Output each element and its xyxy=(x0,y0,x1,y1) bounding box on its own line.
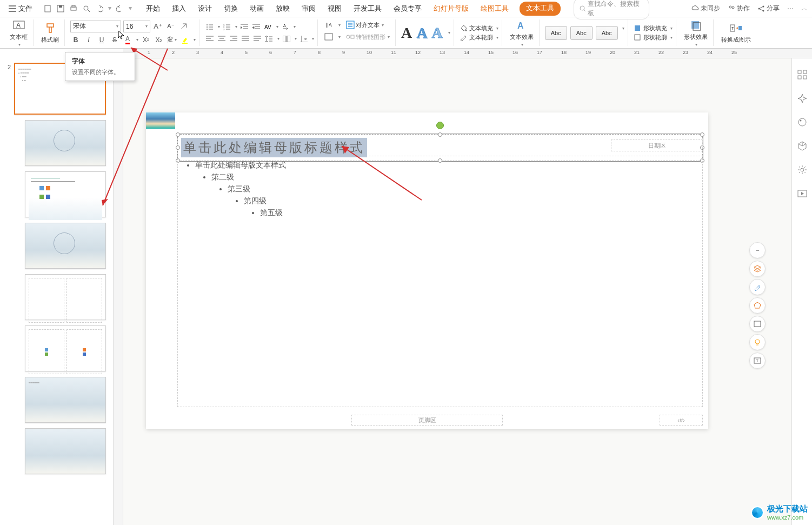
rside-play-icon[interactable] xyxy=(797,188,808,199)
tab-view[interactable]: 视图 xyxy=(327,2,343,16)
subscript-button[interactable]: X₂ xyxy=(154,35,164,45)
decrease-font-icon[interactable]: A⁻ xyxy=(165,21,176,32)
more-icon[interactable]: ⋯ xyxy=(787,5,794,12)
textdir-button[interactable]: A xyxy=(281,22,290,32)
superscript-button[interactable]: X² xyxy=(141,35,151,45)
texteffect-button[interactable]: A 文本效果▾ xyxy=(508,18,536,48)
tab-slideshow[interactable]: 放映 xyxy=(275,2,291,16)
strikethrough-button[interactable]: S xyxy=(109,35,120,45)
layout-thumb-2[interactable] xyxy=(25,171,106,217)
align-center-button[interactable] xyxy=(217,34,227,44)
smartart-button[interactable]: 转智能图形▾ xyxy=(344,31,392,42)
resize-handle[interactable] xyxy=(176,132,180,137)
resize-handle[interactable] xyxy=(176,145,180,150)
tab-review[interactable]: 审阅 xyxy=(301,2,317,16)
align-justify-button[interactable] xyxy=(241,34,250,44)
tab-start[interactable]: 开始 xyxy=(145,2,161,16)
undo-icon[interactable] xyxy=(95,4,104,13)
resize-handle[interactable] xyxy=(700,132,704,137)
share-button[interactable]: 分享 xyxy=(757,4,780,13)
textdir-vertical-button[interactable]: ||A xyxy=(323,19,334,30)
numbering-button[interactable]: 123 xyxy=(222,22,232,32)
align-distribute-button[interactable] xyxy=(252,34,262,44)
increase-indent-button[interactable] xyxy=(251,22,261,32)
tab-slidemaster[interactable]: 幻灯片母版 xyxy=(432,2,470,16)
rside-grid-icon[interactable] xyxy=(797,69,808,80)
pagenum-placeholder[interactable]: ‹#› xyxy=(660,415,703,426)
rside-sparkle-icon[interactable] xyxy=(797,93,808,104)
tabs-button[interactable] xyxy=(299,34,309,44)
layout-thumb-5[interactable] xyxy=(25,325,106,371)
rside-palette-icon[interactable] xyxy=(797,117,808,128)
tab-devtools[interactable]: 开发工具 xyxy=(352,2,383,16)
shapeeffect-button[interactable]: 形状效果▾ xyxy=(682,18,710,48)
highlight-button[interactable] xyxy=(179,35,190,45)
resize-handle[interactable] xyxy=(438,132,442,137)
wordart-preset-1[interactable]: A xyxy=(401,24,412,42)
tab-animation[interactable]: 动画 xyxy=(249,2,265,16)
layers-button[interactable] xyxy=(749,261,766,277)
rside-gear-icon[interactable] xyxy=(797,164,808,175)
file-menu[interactable]: 文件 xyxy=(4,4,37,14)
rside-cube-icon[interactable] xyxy=(797,141,808,151)
thumbnail-panel[interactable]: 2 ━━━━━━• ━━━━ • ━━ • ━ ━━━━━ xyxy=(0,58,114,525)
shapefill-button[interactable]: 形状填充▾ xyxy=(634,24,673,32)
body-level-3[interactable]: 第三级 xyxy=(228,184,696,194)
save-icon[interactable] xyxy=(56,4,65,13)
master-content-placeholder[interactable]: 单击此处编辑母版文本样式 第二级 第三级 第四级 第五级 xyxy=(177,156,703,407)
tab-transition[interactable]: 切换 xyxy=(223,2,239,16)
slide-canvas[interactable]: 单击此处编辑母版标题样式 日期区 单击此处编辑母版文本样式 第二级 第三级 第四… xyxy=(123,58,791,525)
decrease-indent-button[interactable] xyxy=(239,22,249,32)
layout-thumb-4[interactable] xyxy=(25,274,106,320)
clear-format-icon[interactable] xyxy=(178,21,189,32)
textbox-float-button[interactable]: T xyxy=(749,353,766,369)
body-level-2[interactable]: 第二级 xyxy=(211,172,696,182)
tab-texttools[interactable]: 文本工具 xyxy=(520,2,561,16)
bullets-button[interactable] xyxy=(205,22,215,32)
frame-button[interactable] xyxy=(749,316,766,332)
textfill-button[interactable]: 文本填充▾ xyxy=(460,24,498,32)
home-button[interactable] xyxy=(749,297,766,314)
footer-placeholder[interactable]: 页脚区 xyxy=(351,415,503,426)
collab-button[interactable]: 协作 xyxy=(728,4,750,13)
font-name-select[interactable]: 宋体▾ xyxy=(70,21,121,32)
tab-design[interactable]: 设计 xyxy=(197,2,213,16)
fontcolor-button[interactable]: A xyxy=(122,35,133,45)
redo-icon[interactable] xyxy=(116,4,124,13)
layout-thumb-7[interactable] xyxy=(25,428,106,474)
charspacing-button[interactable]: AV xyxy=(263,22,273,32)
textoutline-button[interactable]: 文本轮廓▾ xyxy=(460,34,498,42)
layout-thumb-1[interactable] xyxy=(25,120,106,166)
align-left-button[interactable] xyxy=(205,34,215,44)
body-level-1[interactable]: 单击此处编辑母版文本样式 xyxy=(195,161,696,170)
increase-font-icon[interactable]: A⁺ xyxy=(152,21,163,32)
layout-thumb-3[interactable] xyxy=(25,223,106,269)
formatpainter-button[interactable]: 格式刷 xyxy=(39,21,61,45)
font-size-select[interactable]: 16▾ xyxy=(123,21,150,32)
print-icon[interactable] xyxy=(69,4,78,13)
align-right-button[interactable] xyxy=(229,34,238,44)
pen-button[interactable] xyxy=(749,279,766,295)
body-level-4[interactable]: 第四级 xyxy=(244,196,696,206)
collapse-icon[interactable]: ︿ xyxy=(801,4,808,13)
idea-button[interactable] xyxy=(749,334,766,350)
textbox-button[interactable]: A 文本框▾ xyxy=(8,18,30,48)
tab-insert[interactable]: 插入 xyxy=(171,2,187,16)
autofit-button[interactable] xyxy=(323,31,334,42)
convert-button[interactable]: T 转换成图示 xyxy=(719,21,753,45)
search-box[interactable]: 查找命令、搜索模板 xyxy=(574,0,649,19)
sync-status[interactable]: 未同步 xyxy=(691,4,720,13)
master-title-text[interactable]: 单击此处编辑母版标题样式 xyxy=(181,138,367,157)
wordart-preset-3[interactable]: A xyxy=(431,24,442,42)
bold-button[interactable]: B xyxy=(70,35,81,45)
new-icon[interactable] xyxy=(43,4,52,13)
italic-button[interactable]: I xyxy=(83,35,94,45)
shapeoutline-button[interactable]: 形状轮廓▾ xyxy=(634,34,673,42)
preview-icon[interactable] xyxy=(82,4,91,13)
columns-button[interactable] xyxy=(282,34,291,44)
phonetic-button[interactable]: 変▾ xyxy=(167,35,177,45)
shape-preset-1[interactable]: Abc xyxy=(545,26,567,40)
tab-drawtools[interactable]: 绘图工具 xyxy=(480,2,510,16)
aligntext-button[interactable]: 对齐文本▾ xyxy=(344,19,386,30)
layout-thumb-6[interactable]: ━━━━━ xyxy=(25,377,106,423)
